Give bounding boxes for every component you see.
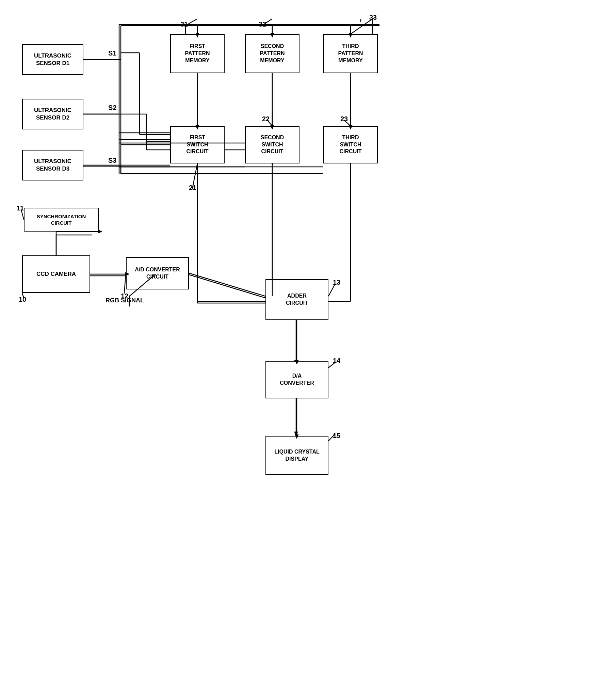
ref-32: 32 [259,20,266,28]
sensor-d1-block: ULTRASONIC SENSOR D1 [22,44,83,75]
main-wiring [0,0,616,680]
ref-s3: S3 [108,157,116,164]
second-switch-circuit-block: SECOND SWITCH CIRCUIT [245,126,299,163]
ref-lines [0,0,616,680]
ref-s2: S2 [108,104,116,112]
rgb-signal-label: RGB SIGNAL [106,297,144,304]
svg-line-44 [187,274,265,298]
adder-circuit-block: ADDER CIRCUIT [265,279,328,320]
ref-23: 23 [340,115,348,123]
sync-circuit-block: SYNCHRONIZATION CIRCUIT [24,208,99,232]
ad-converter-block: A/D CONVERTER CIRCUIT [126,257,189,289]
third-switch-circuit-block: THIRD SWITCH CIRCUIT [323,126,378,163]
ref-15: 15 [333,432,340,440]
sensor-d3-block: ULTRASONIC SENSOR D3 [22,150,83,180]
ref-31: 31 [180,20,188,28]
connection-lines [0,0,616,680]
first-switch-circuit-block: FIRST SWITCH CIRCUIT [170,126,225,163]
da-converter-block: D/A CONVERTER [265,361,328,398]
ref-33: 33 [369,14,377,21]
third-pattern-memory-block: THIRD PATTERN MEMORY [323,34,378,73]
lcd-block: LIQUID CRYSTAL DISPLAY [265,436,328,475]
circuit-diagram: ULTRASONIC SENSOR D1 ULTRASONIC SENSOR D… [0,0,616,680]
ref-14: 14 [333,357,340,365]
ref-s1: S1 [108,49,116,57]
svg-line-91 [189,273,265,296]
ref-11: 11 [16,204,24,212]
ref-13: 13 [333,279,340,286]
ref-21: 21 [189,184,196,192]
ref-10: 10 [19,296,26,303]
second-pattern-memory-block: SECOND PATTERN MEMORY [245,34,299,73]
ccd-camera-block: CCD CAMERA [22,255,90,293]
ref-22: 22 [262,115,270,123]
first-pattern-memory-block: FIRST PATTERN MEMORY [170,34,225,73]
sensor-d2-block: ULTRASONIC SENSOR D2 [22,99,83,129]
svg-marker-39 [294,432,298,436]
